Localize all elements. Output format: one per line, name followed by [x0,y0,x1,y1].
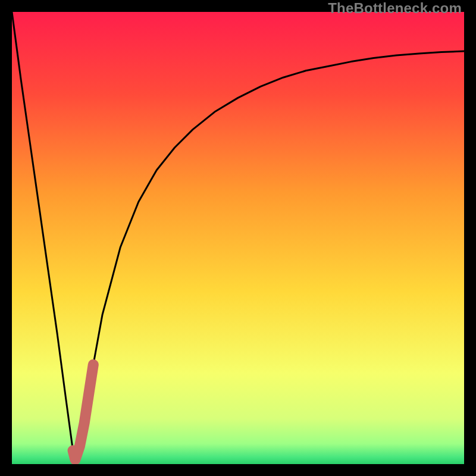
chart-frame [12,12,464,464]
watermark-text: TheBottleneck.com [328,0,462,17]
gradient-background [12,12,464,464]
bottleneck-chart [12,12,464,464]
